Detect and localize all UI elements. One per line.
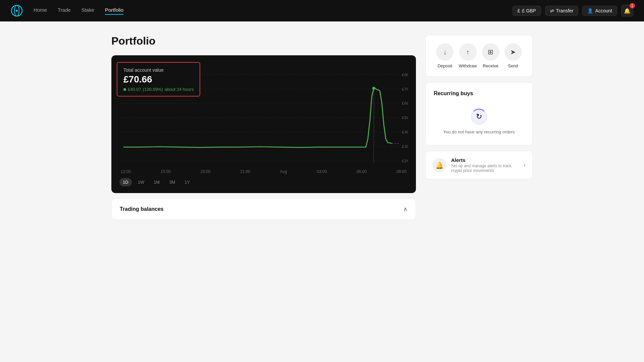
transfer-label: Transfer: [556, 8, 574, 13]
trading-balances-header[interactable]: Trading balances ∧: [120, 205, 408, 213]
account-button[interactable]: 👤 Account: [582, 6, 617, 16]
send-icon: ➤: [504, 43, 522, 61]
x-label-3: 21:00: [240, 169, 250, 174]
tf-1y[interactable]: 1Y: [181, 178, 193, 186]
change-dot-icon: [123, 88, 126, 91]
currency-icon: £: [518, 8, 520, 13]
tf-3m[interactable]: 3M: [166, 178, 178, 186]
x-label-7: 09:00: [396, 169, 407, 174]
nav-links: Home Trade Stake Portfolio: [34, 7, 513, 15]
account-value-box: Total account value £70.66 £40.07 (130.9…: [117, 62, 200, 97]
trading-balances-card: Trading balances ∧: [111, 198, 416, 220]
transfer-icon: ⇄: [550, 8, 554, 13]
nav-right: £ £ GBP ⇄ Transfer 👤 Account 🔔 1: [513, 5, 633, 17]
deposit-label: Deposit: [437, 63, 452, 68]
timeframe-buttons: 1D 1W 1M 3M 1Y: [119, 178, 408, 186]
recurring-spinner-icon: ↻: [471, 109, 487, 125]
nav-portfolio[interactable]: Portfolio: [105, 7, 123, 15]
change-period: about 24 hours: [165, 87, 194, 92]
svg-text:£40.00: £40.00: [402, 130, 408, 134]
account-change: £40.07 (130.99%) about 24 hours: [123, 87, 194, 92]
svg-text:£80.00: £80.00: [402, 72, 408, 77]
nav-trade[interactable]: Trade: [58, 7, 71, 15]
total-account-label: Total account value: [123, 67, 194, 73]
alerts-title: Alerts: [451, 157, 519, 163]
svg-text:£70.00: £70.00: [402, 87, 408, 91]
change-pct: (130.99%): [143, 87, 163, 92]
account-label: Account: [595, 8, 612, 13]
chevron-up-icon: ∧: [403, 205, 408, 213]
right-column: ↓ Deposit ↑ Withdraw ⊞ Receive ➤ Send: [425, 35, 533, 220]
currency-label: £ GBP: [522, 8, 536, 13]
receive-label: Receive: [483, 63, 498, 68]
alerts-card[interactable]: 🔔 Alerts Set up and manage alerts to tra…: [425, 151, 533, 179]
recurring-empty-text: You do not have any recurring orders: [443, 129, 515, 134]
user-icon: 👤: [587, 8, 593, 13]
nav-home[interactable]: Home: [34, 7, 47, 15]
left-column: Portfolio Total account value £70.66 £40…: [111, 35, 416, 220]
trading-balances-title: Trading balances: [120, 206, 164, 212]
currency-button[interactable]: £ £ GBP: [513, 6, 541, 16]
chart-x-labels: 12:00 15:00 18:00 21:00 Aug 03:00 06:00 …: [119, 169, 408, 174]
alerts-text: Alerts Set up and manage alerts to track…: [451, 157, 519, 173]
withdraw-icon: ↑: [459, 43, 477, 61]
x-label-1: 15:00: [161, 169, 171, 174]
x-label-5: 03:00: [317, 169, 327, 174]
transfer-button[interactable]: ⇄ Transfer: [545, 6, 579, 16]
notification-button[interactable]: 🔔 1: [621, 5, 633, 17]
recurring-buys-card: Recurring buys ↻ You do not have any rec…: [425, 82, 533, 145]
send-label: Send: [508, 63, 518, 68]
total-account-value: £70.66: [123, 74, 194, 85]
svg-text:£20.00: £20.00: [402, 159, 408, 163]
x-label-2: 18:00: [200, 169, 210, 174]
bell-alert-icon: 🔔: [432, 158, 446, 172]
deposit-button[interactable]: ↓ Deposit: [436, 43, 453, 68]
alerts-description: Set up and manage alerts to track crypto…: [451, 164, 519, 173]
notification-badge: 1: [630, 3, 635, 8]
chart-card: Total account value £70.66 £40.07 (130.9…: [111, 55, 416, 193]
recurring-empty-state: ↻ You do not have any recurring orders: [434, 102, 524, 137]
x-label-0: 12:00: [121, 169, 131, 174]
withdraw-button[interactable]: ↑ Withdraw: [459, 43, 477, 68]
x-label-6: 06:00: [357, 169, 367, 174]
svg-point-2: [16, 10, 18, 12]
tf-1w[interactable]: 1W: [135, 178, 148, 186]
change-amount: £40.07: [128, 87, 141, 92]
nav-stake[interactable]: Stake: [82, 7, 94, 15]
alerts-chevron-icon: ›: [524, 162, 526, 169]
main-content: Portfolio Total account value £70.66 £40…: [101, 21, 543, 233]
page-title: Portfolio: [111, 35, 416, 47]
receive-button[interactable]: ⊞ Receive: [482, 43, 499, 68]
navbar: Home Trade Stake Portfolio £ £ GBP ⇄ Tra…: [0, 0, 644, 21]
bell-icon: 🔔: [624, 8, 631, 14]
svg-text:£50.00: £50.00: [402, 116, 408, 120]
tf-1d[interactable]: 1D: [119, 178, 132, 186]
svg-point-19: [372, 87, 376, 90]
tf-1m[interactable]: 1M: [150, 178, 163, 186]
svg-text:£60.00: £60.00: [402, 101, 408, 106]
recurring-buys-title: Recurring buys: [434, 90, 524, 97]
deposit-icon: ↓: [436, 43, 453, 61]
svg-text:£30.00: £30.00: [402, 144, 408, 149]
x-label-4: Aug: [280, 169, 287, 174]
withdraw-label: Withdraw: [459, 63, 477, 68]
send-button[interactable]: ➤ Send: [504, 43, 522, 68]
action-buttons-card: ↓ Deposit ↑ Withdraw ⊞ Receive ➤ Send: [425, 35, 533, 77]
action-buttons-group: ↓ Deposit ↑ Withdraw ⊞ Receive ➤ Send: [434, 43, 524, 68]
receive-icon: ⊞: [482, 43, 499, 61]
app-logo[interactable]: [11, 5, 23, 17]
